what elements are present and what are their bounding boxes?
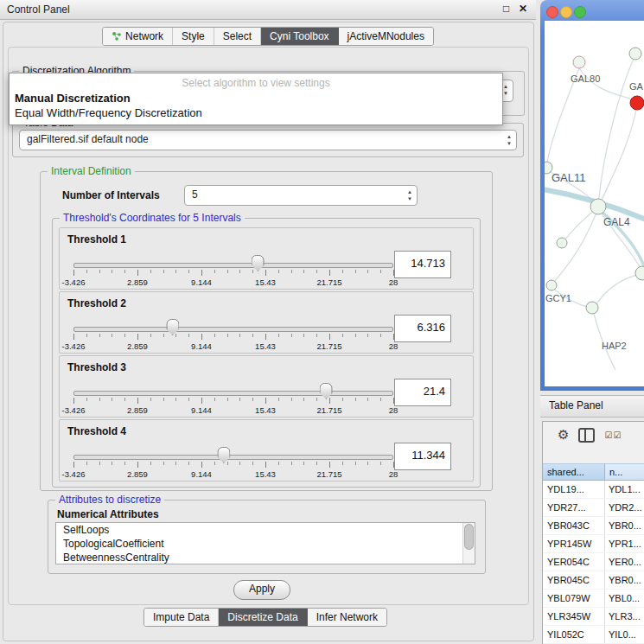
network-node[interactable] [546, 280, 557, 290]
zoom-button[interactable] [574, 6, 586, 18]
threshold-label: Threshold 3 [67, 361, 126, 373]
threshold-panel: Threshold 4 -3.4262.8599.14415.4321.7152… [59, 419, 474, 481]
column-header-shared[interactable]: shared... [543, 463, 605, 481]
threshold-value-input[interactable]: 14.713 [394, 251, 451, 278]
table-cell: YDL19... [543, 481, 605, 498]
threshold-slider[interactable]: -3.4262.8599.14415.4321.71528 [73, 446, 393, 477]
threshold-label: Threshold 2 [67, 297, 126, 309]
gear-icon[interactable]: ⚙ [558, 427, 569, 443]
tab-cyni-toolbox[interactable]: Cyni Toolbox [261, 28, 338, 45]
slider-track [73, 391, 393, 396]
control-panel-titlebar: Control Panel □ ✕ [0, 0, 536, 20]
table-cell: YBL079W [543, 590, 605, 607]
tab-label: Style [182, 30, 205, 42]
tab-impute-data[interactable]: Impute Data [144, 609, 219, 626]
table-cell: YER054C [543, 553, 605, 571]
node-label: HAP2 [602, 341, 627, 351]
num-intervals-label: Number of Intervals [62, 189, 160, 201]
table-row[interactable]: YDL19...YDL1... [543, 481, 644, 499]
table-row[interactable]: YER054CYER0... [543, 553, 644, 571]
table-cell: YDR2... [605, 499, 644, 516]
slider-tick-labels: -3.4262.8599.14415.4321.71528 [73, 405, 393, 415]
table-row[interactable]: YBL079WYBL0... [543, 590, 644, 608]
table-cell: YIL0... [605, 626, 644, 643]
combo-value: 5 [192, 186, 198, 203]
network-node[interactable] [573, 56, 585, 68]
close-button[interactable] [546, 6, 558, 18]
table-cell: YLR345W [543, 608, 605, 625]
list-item[interactable]: SelfLoops [56, 523, 475, 537]
table-row[interactable]: YBR043CYBR0... [543, 517, 644, 535]
network-node[interactable] [557, 238, 567, 248]
threshold-panel: Threshold 3 -3.4262.8599.14415.4321.7152… [59, 355, 474, 418]
table-cell: YDR27... [543, 499, 605, 516]
table-cell: YIL052C [543, 626, 605, 643]
threshold-value-input[interactable]: 21.4 [394, 379, 451, 406]
threshold-value-input[interactable]: 11.344 [394, 443, 451, 470]
list-item[interactable]: TopologicalCoefficient [56, 537, 475, 551]
node-label: GCY1 [545, 293, 571, 303]
list-scrollbar[interactable] [462, 523, 475, 564]
tab-network[interactable]: Network [103, 28, 173, 45]
table-data-select[interactable]: galFiltered.sif default node ▲▼ [19, 130, 517, 150]
table-row[interactable]: YIL052CYIL0... [543, 626, 644, 644]
threshold-slider[interactable]: -3.4262.8599.14415.4321.71528 [73, 382, 393, 413]
node-label: GAL11 [552, 171, 586, 184]
node-label: GAL4 [603, 216, 630, 228]
apply-button[interactable]: Apply [233, 580, 290, 600]
table-row[interactable]: YPR145WYPR1... [543, 535, 644, 553]
table-cell: YER0... [605, 553, 644, 571]
num-intervals-select[interactable]: 5 ▲▼ [184, 185, 418, 206]
select-all-checkboxes-icon[interactable]: ☑☑ [604, 430, 622, 440]
combo-value: galFiltered.sif default node [27, 131, 149, 148]
table-header-row: shared... n... [543, 463, 644, 481]
group-title: Interval Definition [48, 165, 135, 177]
table-cell: YBR045C [543, 571, 605, 589]
bottom-tab-bar: Impute Data Discretize Data Infer Networ… [143, 608, 387, 627]
threshold-slider[interactable]: -3.4262.8599.14415.4321.71528 [73, 254, 393, 285]
table-cell: YBR043C [543, 517, 605, 534]
table-panel-header: Table Panel [540, 395, 644, 418]
slider-tick-labels: -3.4262.8599.14415.4321.71528 [73, 469, 393, 479]
network-node[interactable] [629, 48, 641, 60]
tab-label: Impute Data [153, 611, 209, 623]
slider-tick-labels: -3.4262.8599.14415.4321.71528 [73, 277, 393, 287]
slider-ticks [73, 334, 393, 341]
tab-style[interactable]: Style [173, 28, 214, 45]
tab-label: Discretize Data [227, 611, 297, 623]
scrollbar-thumb[interactable] [464, 524, 474, 550]
columns-icon[interactable] [578, 428, 595, 443]
popup-item-equal-width-frequency[interactable]: Equal Width/Frequency Discretization [10, 105, 502, 120]
threshold-value-input[interactable]: 6.316 [394, 315, 451, 342]
table-row[interactable]: YDR27...YDR2... [543, 499, 644, 517]
table-rows: YDL19...YDL1...YDR27...YDR2...YBR043CYBR… [543, 481, 644, 644]
threshold-panel: Threshold 2 -3.4262.8599.14415.4321.7152… [59, 291, 474, 354]
node-label: GAL80 [571, 73, 600, 84]
combo-arrows-icon: ▲▼ [503, 83, 508, 97]
column-header-name[interactable]: n... [605, 463, 644, 481]
tab-infer-network[interactable]: Infer Network [308, 609, 386, 626]
table-row[interactable]: YLR345WYLR3... [543, 608, 644, 626]
close-icon[interactable]: ✕ [519, 3, 527, 15]
network-canvas[interactable]: GAL80 GA GAL11 GAL4 GCY1 HAP2 [545, 21, 644, 386]
network-node[interactable] [590, 199, 606, 214]
numerical-attributes-label: Numerical Attributes [57, 508, 159, 520]
slider-track [73, 263, 393, 268]
threshold-slider[interactable]: -3.4262.8599.14415.4321.71528 [73, 318, 393, 349]
table-cell: YBR0... [605, 571, 644, 589]
table-row[interactable]: YBR045CYBR0... [543, 571, 644, 590]
list-item[interactable]: BetweennessCentrality [56, 551, 475, 564]
network-node[interactable] [586, 302, 598, 314]
tab-label: Infer Network [316, 611, 378, 623]
table-cell: YLR3... [605, 608, 644, 625]
minimize-button[interactable] [560, 6, 572, 18]
network-node[interactable] [635, 266, 644, 280]
popup-placeholder: Select algorithm to view settings [10, 73, 502, 91]
tab-select[interactable]: Select [214, 28, 261, 45]
popup-item-manual-discretization[interactable]: Manual Discretization [10, 91, 502, 105]
float-icon[interactable]: □ [503, 3, 509, 15]
tab-jactivemnodules[interactable]: jActiveMNodules [339, 28, 433, 45]
attributes-list[interactable]: SelfLoopsTopologicalCoefficientBetweenne… [55, 522, 475, 564]
network-node-selected[interactable] [630, 96, 644, 110]
tab-discretize-data[interactable]: Discretize Data [219, 609, 307, 626]
